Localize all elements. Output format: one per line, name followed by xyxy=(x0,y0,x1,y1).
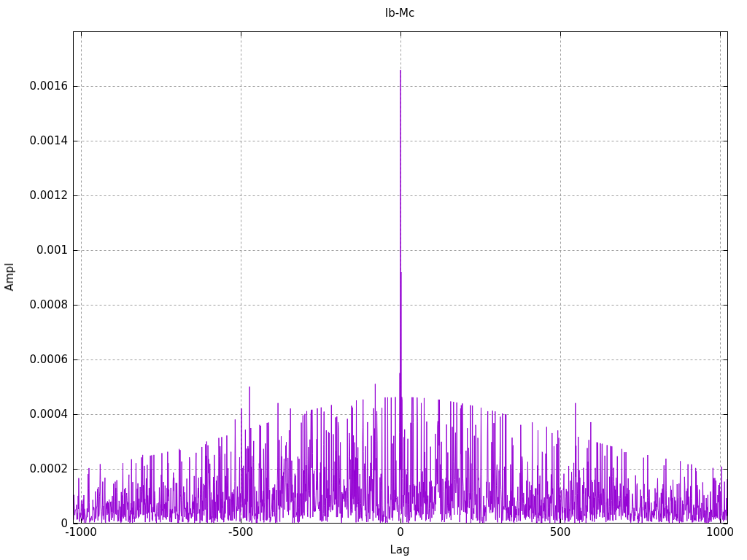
x-tick-label: 0 xyxy=(397,526,404,538)
x-tick-label: -500 xyxy=(228,526,253,538)
y-tick-label: 0.0016 xyxy=(0,80,68,92)
y-tick-label: 0 xyxy=(0,518,68,529)
x-tick-label: 500 xyxy=(550,526,571,538)
y-tick-label: 0.0004 xyxy=(0,408,68,420)
y-tick-label: 0.0002 xyxy=(0,463,68,475)
y-tick-label: 0.0006 xyxy=(0,354,68,365)
y-tick-label: 0.0014 xyxy=(0,135,68,147)
y-tick-label: 0.001 xyxy=(0,244,68,256)
y-axis-label: Ampl xyxy=(3,263,16,292)
x-tick-label: 1000 xyxy=(706,526,734,538)
y-tick-label: 0.0012 xyxy=(0,190,68,201)
chart: Ib-Mc Ampl Lag 00.00020.00040.00060.0008… xyxy=(0,0,747,560)
y-tick-label: 0.0008 xyxy=(0,299,68,311)
x-tick-label: -1000 xyxy=(65,526,97,538)
plot-canvas xyxy=(0,0,747,560)
chart-title: Ib-Mc xyxy=(385,7,415,20)
x-axis-label: Lag xyxy=(390,543,409,556)
